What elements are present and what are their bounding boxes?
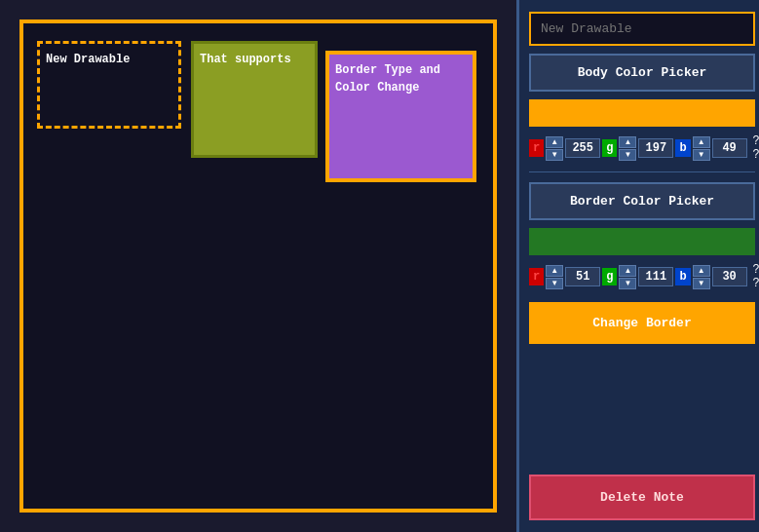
body-b-value: 49	[712, 138, 747, 158]
border-b-up-button[interactable]: ▲	[693, 265, 710, 277]
border-g-label: g	[602, 268, 617, 285]
body-b-up-button[interactable]: ▲	[693, 136, 710, 148]
border-b-spinner: ▲ ▼	[693, 265, 710, 289]
border-color-swatch	[529, 228, 755, 255]
delete-note-button[interactable]: Delete Note	[529, 475, 755, 520]
body-r-up-button[interactable]: ▲	[546, 136, 563, 148]
border-r-value: 51	[565, 267, 600, 286]
body-b-down-button[interactable]: ▼	[693, 149, 710, 161]
note-new-drawable-text: New Drawable	[46, 53, 130, 66]
note-new-drawable[interactable]: New Drawable	[37, 41, 181, 129]
body-g-down-button[interactable]: ▼	[619, 149, 636, 161]
border-g-value: 111	[638, 267, 673, 286]
change-border-button[interactable]: Change Border	[529, 302, 755, 344]
border-b-value: 30	[712, 267, 747, 286]
border-g-spinner: ▲ ▼	[619, 265, 636, 289]
body-g-spinner: ▲ ▼	[619, 136, 636, 161]
note-that-supports[interactable]: That supports	[191, 41, 318, 158]
note-border-type-text: Border Type and Color Change	[335, 63, 440, 95]
body-b-label: b	[675, 139, 690, 157]
body-r-value: 255	[565, 138, 600, 158]
border-r-spinner: ▲ ▼	[546, 265, 563, 289]
border-r-up-button[interactable]: ▲	[546, 265, 563, 277]
body-g-label: g	[602, 139, 617, 157]
border-color-picker-button[interactable]: Border Color Picker	[529, 182, 755, 220]
border-rgb-row: r ▲ ▼ 51 g ▲ ▼ 111 b ▲ ▼ 30 ????	[529, 263, 755, 290]
body-r-label: r	[529, 139, 544, 157]
border-question-marks: ????	[753, 263, 759, 290]
body-r-down-button[interactable]: ▼	[546, 149, 563, 161]
border-b-down-button[interactable]: ▼	[693, 278, 710, 289]
new-drawable-input[interactable]	[529, 12, 755, 46]
body-question-marks: ????	[753, 134, 759, 162]
body-color-picker-button[interactable]: Body Color Picker	[529, 54, 755, 92]
section-divider-1	[529, 171, 755, 172]
border-g-down-button[interactable]: ▼	[619, 278, 636, 289]
body-b-spinner: ▲ ▼	[693, 136, 710, 161]
body-rgb-row: r ▲ ▼ 255 g ▲ ▼ 197 b ▲ ▼ 49 ????	[529, 134, 755, 162]
border-r-down-button[interactable]: ▼	[546, 278, 563, 289]
canvas-board: New Drawable That supports Border Type a…	[19, 19, 497, 513]
body-g-up-button[interactable]: ▲	[619, 136, 636, 148]
note-that-supports-text: That supports	[200, 53, 291, 66]
border-g-up-button[interactable]: ▲	[619, 265, 636, 277]
border-r-label: r	[529, 268, 544, 285]
body-color-swatch	[529, 99, 755, 127]
border-b-label: b	[675, 268, 690, 285]
body-r-spinner: ▲ ▼	[546, 136, 563, 161]
body-g-value: 197	[638, 138, 673, 158]
note-border-type[interactable]: Border Type and Color Change	[325, 51, 476, 182]
canvas-area: New Drawable That supports Border Type a…	[0, 0, 516, 532]
right-panel: Body Color Picker r ▲ ▼ 255 g ▲ ▼ 197 b …	[516, 0, 759, 532]
